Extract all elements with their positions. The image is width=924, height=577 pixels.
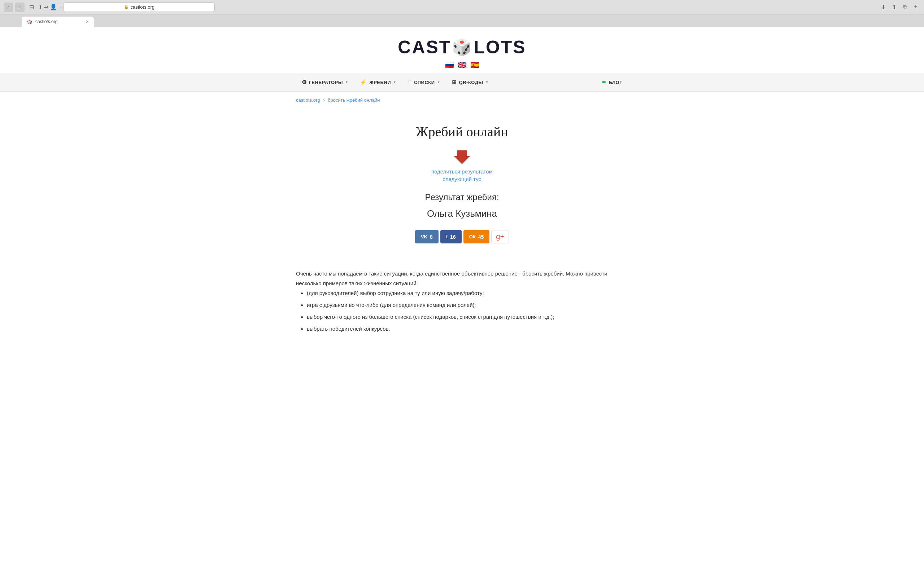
- lots-label: ЖРЕБИИ: [369, 80, 391, 85]
- tab-bar: 🎲 castlots.org ×: [0, 15, 924, 27]
- lists-label: СПИСКИ: [414, 80, 435, 85]
- arrow-down-icon: [454, 150, 470, 164]
- result-links: поделиться результатом следующий тур: [7, 168, 917, 182]
- back-button[interactable]: ‹: [3, 3, 13, 12]
- article-item-3: выбор чего-то одного из большого списка …: [307, 312, 628, 322]
- lots-chevron: ▼: [393, 81, 396, 84]
- fb-count: 16: [450, 234, 456, 240]
- social-buttons: VK 8 f 16 ОК 45 g+: [7, 230, 917, 243]
- next-round-link[interactable]: следующий тур: [7, 176, 917, 182]
- lists-icon: ≡: [408, 79, 412, 86]
- breadcrumb: castlots.org › бросить жребий онлайн: [296, 92, 628, 106]
- url-text: castlots.org: [131, 4, 155, 10]
- tab-favicon: 🎲: [27, 19, 32, 24]
- article-section: Очень часто мы попадаем в такие ситуации…: [289, 269, 635, 354]
- article-intro: Очень часто мы попадаем в такие ситуации…: [296, 269, 628, 288]
- generators-chevron: ▼: [345, 81, 348, 84]
- logo-dice: 🎲: [452, 38, 473, 56]
- blog-icon: ✏: [602, 79, 607, 85]
- window-button[interactable]: ⧉: [900, 3, 909, 12]
- lock-icon: 🔒: [124, 5, 129, 10]
- gplus-share-button[interactable]: g+: [491, 230, 509, 243]
- breadcrumb-current: бросить жребий онлайн: [328, 97, 380, 103]
- result-label: Результат жребия:: [7, 192, 917, 202]
- article-item-1: (для руководителей) выбор сотрудника на …: [307, 288, 628, 298]
- qr-icon: ⊞: [452, 79, 457, 85]
- language-flags: 🇷🇺 🇬🇧 🇪🇸: [0, 61, 924, 69]
- nav-item-lists[interactable]: ≡ СПИСКИ ▼: [402, 73, 446, 91]
- lots-icon: ⚡: [360, 79, 367, 85]
- logo-cast: CAST: [398, 37, 451, 58]
- ok-share-button[interactable]: ОК 45: [464, 230, 490, 243]
- lists-chevron: ▼: [437, 81, 440, 84]
- generators-label: ГЕНЕРАТОРЫ: [309, 80, 343, 85]
- qr-label: QR-КОДЫ: [459, 80, 483, 85]
- tab-title: castlots.org: [36, 19, 57, 24]
- ok-count: 45: [478, 234, 484, 240]
- article-item-4: выбрать победителей конкурсов.: [307, 324, 628, 334]
- download-icon: ⬇: [38, 4, 43, 10]
- profile-icon: 👤: [50, 3, 57, 10]
- result-arrow-container: [7, 150, 917, 164]
- qr-chevron: ▼: [485, 81, 489, 84]
- flag-es[interactable]: 🇪🇸: [470, 61, 479, 69]
- nav-item-blog[interactable]: ✏ БЛОГ: [596, 74, 628, 90]
- site-logo[interactable]: CAST 🎲 LOTS: [0, 37, 924, 58]
- main-content: Жребий онлайн поделиться результатом сле…: [0, 106, 924, 269]
- logo-lots: LOTS: [473, 37, 526, 58]
- new-tab-button[interactable]: +: [911, 3, 921, 12]
- fb-icon: f: [446, 234, 447, 239]
- tab-close-icon[interactable]: ×: [86, 19, 89, 24]
- sidebar-toggle-button[interactable]: ⊟: [27, 3, 36, 12]
- page-title: Жребий онлайн: [7, 124, 917, 140]
- article-list: (для руководителей) выбор сотрудника на …: [307, 288, 628, 334]
- site-header: CAST 🎲 LOTS 🇷🇺 🇬🇧 🇪🇸: [0, 27, 924, 73]
- flag-ru[interactable]: 🇷🇺: [445, 61, 454, 69]
- gplus-icon: g+: [496, 233, 504, 241]
- vk-icon: VK: [421, 234, 427, 239]
- main-nav: ⚙ ГЕНЕРАТОРЫ ▼ ⚡ ЖРЕБИИ ▼ ≡ СПИСКИ ▼ ⊞ Q…: [0, 73, 924, 92]
- nav-item-qr[interactable]: ⊞ QR-КОДЫ ▼: [446, 74, 494, 91]
- vk-share-button[interactable]: VK 8: [415, 230, 439, 243]
- vk-count: 8: [430, 234, 433, 240]
- article-item-2: игра с друзьями во что-либо (для определ…: [307, 300, 628, 310]
- generators-icon: ⚙: [302, 79, 307, 85]
- blog-label: БЛОГ: [609, 80, 622, 85]
- result-section: Результат жребия: Ольга Кузьмина: [7, 192, 917, 219]
- ok-icon: ОК: [469, 234, 476, 239]
- flag-en[interactable]: 🇬🇧: [458, 61, 467, 69]
- back-icon: ↩: [44, 4, 48, 10]
- browser-chrome: ‹ › ⊟ ⬇ ↩ 👤 ≡ 🔒 castlots.org ⬇ ⬆ ⧉ +: [0, 0, 924, 15]
- fb-share-button[interactable]: f 16: [440, 230, 462, 243]
- result-name: Ольга Кузьмина: [7, 208, 917, 219]
- breadcrumb-home[interactable]: castlots.org: [296, 97, 320, 103]
- share-result-link[interactable]: поделиться результатом: [7, 168, 917, 174]
- menu-icon: ≡: [58, 4, 62, 10]
- nav-item-lots[interactable]: ⚡ ЖРЕБИИ ▼: [354, 74, 402, 91]
- download-button[interactable]: ⬇: [879, 3, 888, 12]
- breadcrumb-separator: ›: [323, 97, 325, 103]
- address-bar[interactable]: 🔒 castlots.org: [63, 3, 215, 12]
- share-button[interactable]: ⬆: [889, 3, 899, 12]
- active-tab[interactable]: 🎲 castlots.org ×: [22, 16, 94, 27]
- nav-item-generators[interactable]: ⚙ ГЕНЕРАТОРЫ ▼: [296, 74, 354, 91]
- forward-button[interactable]: ›: [15, 3, 24, 12]
